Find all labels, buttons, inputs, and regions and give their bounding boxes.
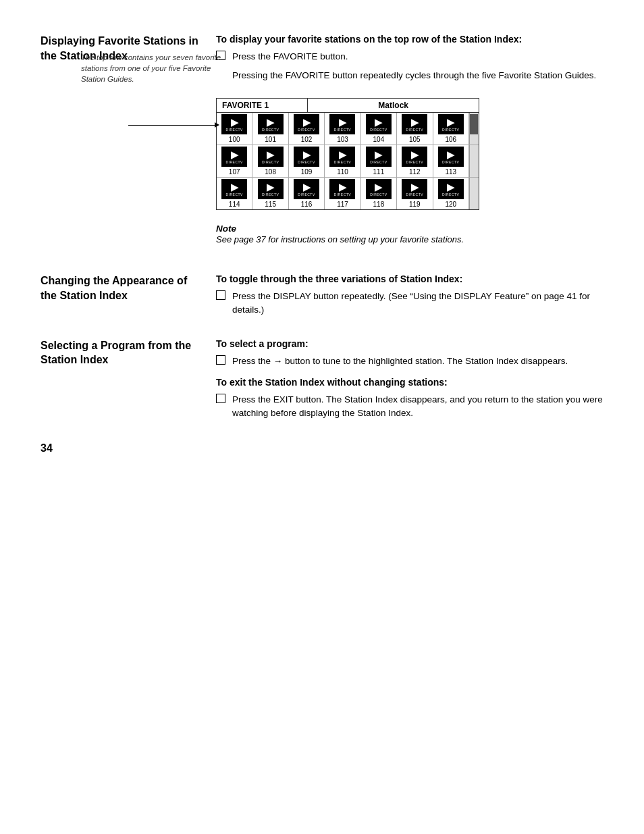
- instruction-heading-appearance: To toggle through the three variations o…: [216, 273, 603, 284]
- cell-number-117: 117: [337, 201, 348, 208]
- cell-number-119: 119: [409, 201, 421, 208]
- arrow-head: [215, 122, 219, 128]
- cell-number-111: 111: [373, 168, 385, 176]
- right-col-appearance: To toggle through the three variations o…: [216, 273, 603, 321]
- note-section: Note See page 37 for instructions on set…: [216, 224, 603, 245]
- directv-logo-111: ▶ DIRECTV: [366, 147, 392, 167]
- cell-number-110: 110: [337, 168, 348, 176]
- directv-logo-104: ▶ DIRECTV: [366, 114, 392, 134]
- directv-logo-116: ▶ DIRECTV: [294, 179, 319, 199]
- cell-115: ▶ DIRECTV 115: [252, 178, 288, 209]
- cell-number-100: 100: [229, 136, 240, 143]
- cell-120: ▶ DIRECTV 120: [433, 178, 469, 209]
- cell-number-107: 107: [229, 168, 240, 176]
- directv-logo-100: ▶ DIRECTV: [221, 114, 247, 134]
- follow-text-favorite: Pressing the FAVORITE button repeatedly …: [232, 69, 603, 82]
- bullet-item-favorite-press: Press the FAVORITE button.: [216, 50, 603, 63]
- left-col-selecting: Selecting a Program from the Station Ind…: [41, 338, 216, 425]
- cell-117: ▶ DIRECTV 117: [325, 178, 360, 209]
- cell-105: ▶ DIRECTV 105: [397, 113, 433, 145]
- cell-111: ▶ DIRECTV 111: [361, 145, 397, 177]
- diagram-header: FAVORITE 1 Matlock: [217, 99, 479, 113]
- checkbox-icon-select: [216, 355, 225, 365]
- instruction-heading-favorites: To display your favorite stations on the…: [216, 34, 603, 45]
- diagram-row-3: ▶ DIRECTV 114 ▶ DIRECTV 115: [217, 178, 479, 209]
- bullet-item-display: Press the DISPLAY button repeatedly. (Se…: [216, 290, 603, 316]
- directv-logo-103: ▶ DIRECTV: [329, 114, 355, 134]
- cell-number-120: 120: [445, 201, 456, 208]
- step-text-display: Press the DISPLAY button repeatedly. (Se…: [232, 290, 603, 316]
- directv-logo-113: ▶ DIRECTV: [438, 147, 464, 167]
- step-text-exit: Press the EXIT button. The Station Index…: [232, 393, 603, 419]
- diagram-header-favorite: FAVORITE 1: [217, 99, 308, 112]
- cell-102: ▶ DIRECTV 102: [289, 113, 325, 145]
- cell-107: ▶ DIRECTV 107: [217, 145, 252, 177]
- cell-108: ▶ DIRECTV 108: [252, 145, 288, 177]
- directv-logo-110: ▶ DIRECTV: [329, 147, 355, 167]
- caption-text-favorites: The top row contains your seven favorite…: [81, 52, 230, 84]
- scrollbar-2: [469, 145, 479, 177]
- directv-logo-120: ▶ DIRECTV: [438, 179, 464, 199]
- cell-100: ▶ DIRECTV 100: [217, 113, 252, 145]
- directv-logo-112: ▶ DIRECTV: [402, 147, 427, 167]
- left-col-appearance: Changing the Appearance of the Station I…: [41, 273, 216, 321]
- cell-118: ▶ DIRECTV 118: [361, 178, 397, 209]
- cell-number-114: 114: [229, 201, 240, 208]
- cell-number-106: 106: [445, 136, 456, 143]
- cell-101: ▶ DIRECTV 101: [252, 113, 288, 145]
- scrollbar-3: [469, 178, 479, 209]
- bullet-item-exit: Press the EXIT button. The Station Index…: [216, 393, 603, 419]
- section-title-selecting: Selecting a Program from the Station Ind…: [41, 338, 203, 367]
- directv-logo-105: ▶ DIRECTV: [402, 114, 427, 134]
- instruction-heading-exit: To exit the Station Index without changi…: [216, 377, 603, 388]
- directv-logo-119: ▶ DIRECTV: [402, 179, 427, 199]
- cell-number-103: 103: [337, 136, 348, 143]
- cell-number-116: 116: [301, 201, 313, 208]
- diagram-header-show: Matlock: [308, 99, 479, 112]
- right-col-selecting: To select a program: Press the → button …: [216, 338, 603, 425]
- note-label: Note: [216, 224, 236, 234]
- cell-119: ▶ DIRECTV 119: [397, 178, 433, 209]
- diagram-row-2: ▶ DIRECTV 107 ▶ DIRECTV 108: [217, 145, 479, 178]
- scrollbar: [469, 113, 479, 145]
- cell-number-115: 115: [265, 201, 276, 208]
- arrow-container: [128, 122, 219, 128]
- cell-114: ▶ DIRECTV 114: [217, 178, 252, 209]
- scrollbar-thumb: [470, 114, 478, 134]
- cell-number-102: 102: [301, 136, 313, 143]
- directv-logo-117: ▶ DIRECTV: [329, 179, 355, 199]
- cell-113: ▶ DIRECTV 113: [433, 145, 469, 177]
- cell-110: ▶ DIRECTV 110: [325, 145, 360, 177]
- page: Displaying Favorite Stations in the Stat…: [0, 0, 644, 481]
- cell-116: ▶ DIRECTV 116: [289, 178, 325, 209]
- cell-number-118: 118: [373, 201, 385, 208]
- cell-number-101: 101: [265, 136, 276, 143]
- page-number: 34: [41, 442, 53, 454]
- checkbox-icon-display: [216, 290, 225, 300]
- cell-number-108: 108: [265, 168, 276, 176]
- section-title-appearance: Changing the Appearance of the Station I…: [41, 273, 203, 303]
- diagram-caption-area: The top row contains your seven favorite…: [81, 52, 230, 84]
- directv-logo-107: ▶ DIRECTV: [221, 147, 247, 167]
- right-col-favorites: To display your favorite stations on the…: [216, 34, 603, 259]
- cell-number-109: 109: [301, 168, 313, 176]
- cell-109: ▶ DIRECTV 109: [289, 145, 325, 177]
- step-text-select: Press the → button to tune to the highli…: [232, 355, 568, 368]
- cell-number-112: 112: [409, 168, 421, 176]
- directv-logo-108: ▶ DIRECTV: [258, 147, 284, 167]
- directv-logo-106: ▶ DIRECTV: [438, 114, 464, 134]
- directv-logo-109: ▶ DIRECTV: [294, 147, 319, 167]
- directv-logo-118: ▶ DIRECTV: [366, 179, 392, 199]
- directv-logo-114: ▶ DIRECTV: [221, 179, 247, 199]
- section-changing-appearance: Changing the Appearance of the Station I…: [41, 273, 603, 321]
- section-selecting-program: Selecting a Program from the Station Ind…: [41, 338, 603, 425]
- directv-logo-102: ▶ DIRECTV: [294, 114, 319, 134]
- bullet-item-select: Press the → button to tune to the highli…: [216, 355, 603, 368]
- cell-number-105: 105: [409, 136, 421, 143]
- step-text-favorite: Press the FAVORITE button.: [232, 50, 348, 63]
- diagram-row-1: ▶ DIRECTV 100 ▶ DIRECTV 101: [217, 113, 479, 145]
- instruction-heading-select: To select a program:: [216, 338, 603, 349]
- station-diagram: FAVORITE 1 Matlock ▶ DIRECTV 100: [216, 98, 479, 210]
- cell-112: ▶ DIRECTV 112: [397, 145, 433, 177]
- cell-106: ▶ DIRECTV 106: [433, 113, 469, 145]
